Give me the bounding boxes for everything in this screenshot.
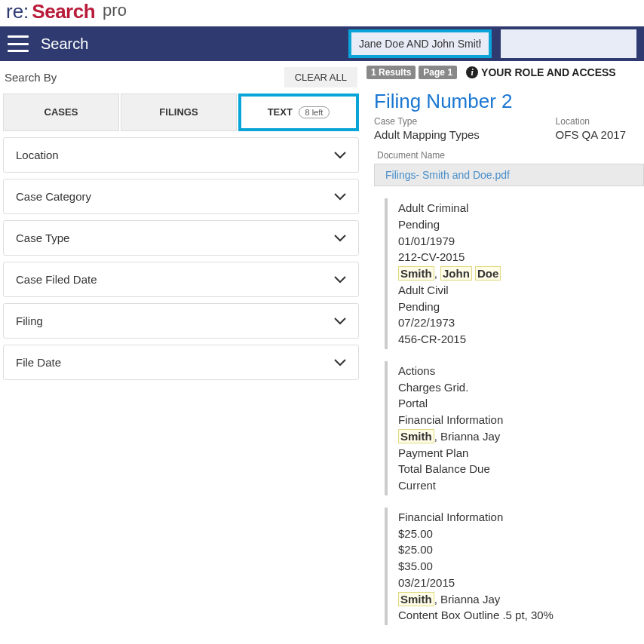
snippet-highlight-line: Smith, Brianna Jay	[398, 591, 644, 608]
document-name-link[interactable]: Filings- Smith and Doe.pdf	[385, 169, 510, 181]
chevron-down-icon	[334, 232, 346, 244]
search-bar-extension	[501, 29, 636, 58]
chevron-down-icon	[334, 274, 346, 286]
nav-bar: Search	[0, 26, 644, 61]
chevron-down-icon	[334, 357, 346, 369]
location-value: OFS QA 2017	[556, 128, 626, 141]
results-panel: 1 Results Page 1 i YOUR ROLE AND ACCESS …	[362, 61, 644, 625]
role-access-link[interactable]: i YOUR ROLE AND ACCESS	[466, 66, 616, 78]
tab-cases[interactable]: CASES	[3, 94, 119, 131]
search-tabs: CASES FILINGS TEXT 8 left	[0, 94, 362, 137]
highlight-smith: Smith	[398, 592, 434, 606]
filter-file-date[interactable]: File Date	[3, 345, 359, 380]
chevron-down-icon	[334, 315, 346, 327]
filter-filing[interactable]: Filing	[3, 303, 359, 339]
filing-title-link[interactable]: Filing Number 2	[363, 84, 644, 116]
tab-text-badge: 8 left	[299, 106, 330, 118]
snippet-block-3: Financial Information $25.00 $25.00 $35.…	[385, 508, 644, 625]
logo-search: Search	[32, 0, 95, 23]
filter-case-filed-date[interactable]: Case Filed Date	[3, 262, 359, 297]
case-type-label: Case Type	[374, 116, 480, 127]
highlight-john: John	[440, 266, 472, 281]
search-box-highlight	[348, 29, 492, 58]
info-icon: i	[466, 66, 478, 78]
tab-filings[interactable]: FILINGS	[121, 94, 237, 131]
results-page-pill: Page 1	[419, 66, 457, 79]
highlight-doe: Doe	[475, 266, 501, 281]
logo-pro: pro	[103, 1, 127, 20]
filter-location[interactable]: Location	[3, 137, 359, 173]
location-label: Location	[556, 116, 626, 127]
snippet-block-2: Actions Charges Grid. Portal Financial I…	[385, 361, 644, 495]
chevron-down-icon	[334, 149, 346, 161]
clear-all-button[interactable]: CLEAR ALL	[284, 67, 357, 87]
document-name-label: Document Name	[363, 147, 644, 164]
logo-re: re:	[6, 0, 29, 23]
snippet-highlight-line: Smith, John Doe	[398, 265, 644, 282]
highlight-smith: Smith	[398, 429, 434, 443]
nav-title: Search	[41, 35, 88, 53]
filter-case-type[interactable]: Case Type	[3, 220, 359, 256]
left-panel: Search By CLEAR ALL CASES FILINGS TEXT 8…	[0, 61, 362, 625]
filter-case-category[interactable]: Case Category	[3, 179, 359, 214]
case-type-block: Case Type Adult Mapping Types	[374, 116, 480, 141]
search-input[interactable]	[351, 32, 489, 55]
menu-icon[interactable]	[8, 35, 29, 52]
snippet-block-1: Adult Criminal Pending 01/01/1979 212-CV…	[385, 198, 644, 349]
location-block: Location OFS QA 2017	[556, 116, 626, 141]
highlight-smith: Smith	[398, 266, 434, 281]
case-type-value: Adult Mapping Types	[374, 128, 480, 141]
chevron-down-icon	[334, 191, 346, 203]
logo-bar: re:Search pro	[0, 0, 644, 26]
tab-text[interactable]: TEXT 8 left	[238, 94, 359, 131]
tab-text-label: TEXT	[268, 106, 293, 118]
snippet-highlight-line: Smith, Brianna Jay	[398, 428, 644, 445]
search-by-label: Search By	[5, 71, 57, 84]
document-name-bar: Filings- Smith and Doe.pdf	[374, 164, 644, 186]
results-count-pill: 1 Results	[366, 66, 416, 79]
